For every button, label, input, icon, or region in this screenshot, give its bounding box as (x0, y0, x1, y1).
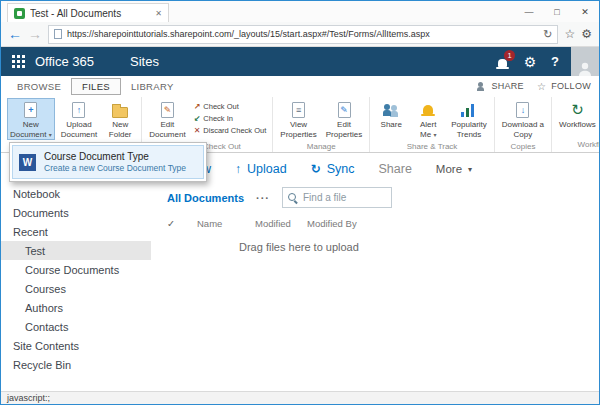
more-menu-button[interactable]: More ▾ (436, 163, 472, 175)
course-document-type-menu-item[interactable]: W Course Document Type Create a new Cour… (12, 145, 204, 179)
window-maximize-button[interactable]: □ (543, 1, 571, 22)
sync-button[interactable]: ↻ Sync (311, 162, 355, 176)
ribbon-share-button[interactable]: Share (374, 98, 408, 131)
chart-bars-icon (461, 103, 477, 117)
follow-button[interactable]: FOLLOW (551, 81, 591, 91)
upload-button[interactable]: ↑ Upload (235, 162, 287, 176)
tab-browse[interactable]: BROWSE (7, 78, 71, 95)
suite-bar: Office 365 Sites 1 ⚙ ? (1, 47, 599, 76)
download-icon: ↓ (516, 102, 529, 118)
browser-tools-gear-icon[interactable]: ⚙ (581, 27, 592, 41)
folder-icon (112, 107, 128, 118)
quick-launch-sidebar: Home Notebook Documents Recent Test Cour… (1, 153, 151, 391)
caret-down-icon: ▾ (468, 165, 472, 174)
download-copy-button[interactable]: ↓ Download a Copy (499, 98, 547, 140)
discard-check-out-icon: ✕ (194, 126, 201, 135)
dropdown-caret-icon: ▾ (433, 132, 436, 138)
ribbon-group-label: Copies (499, 140, 547, 153)
ribbon-group-label: Share & Track (374, 140, 490, 153)
share-document-button[interactable]: Share (379, 162, 412, 176)
menu-item-title: Course Document Type (44, 150, 186, 163)
address-input[interactable]: https://sharepointtutorials.sharepoint.c… (48, 25, 558, 44)
menu-item-subtitle: Create a new Course Document Type (44, 163, 186, 174)
office365-brand-link[interactable]: Office 365 (35, 54, 94, 69)
ribbon-tab-strip: BROWSE FILES LIBRARY SHARE ☆ FOLLOW (1, 76, 599, 96)
upload-document-button[interactable]: ↑ Upload Document (58, 98, 100, 140)
notification-badge: 1 (504, 50, 515, 61)
view-selector-row: All Documents ··· (167, 187, 599, 208)
column-header-modified[interactable]: Modified (255, 218, 307, 229)
ribbon-group-copies: ↓ Download a Copy Copies (495, 97, 552, 152)
notifications-bell-icon[interactable]: 1 (487, 47, 517, 76)
sidebar-item-test[interactable]: Test (1, 241, 151, 260)
window-minimize-button[interactable]: — (515, 1, 543, 22)
find-file-searchbox[interactable] (282, 187, 392, 208)
new-document-button[interactable]: + New Document ▾ (7, 98, 55, 140)
check-out-icon: ↗ (194, 102, 201, 111)
browser-titlebar: Test - All Documents ✕ — □ ✕ (1, 1, 599, 22)
bell-shape (498, 59, 507, 67)
list-toolbar: + New ↑ Upload ↻ Sync Share More ▾ (167, 162, 599, 176)
workflow-cycle-icon: ↻ (571, 102, 584, 118)
dropdown-caret-icon: ▾ (49, 132, 52, 138)
sites-link[interactable]: Sites (130, 54, 159, 69)
column-header-name[interactable]: Name (197, 218, 255, 229)
select-all-check-icon[interactable]: ✓ (167, 218, 197, 229)
workflows-button[interactable]: ↻ Workflows (556, 98, 599, 131)
check-out-button[interactable]: ↗ Check Out (194, 102, 267, 111)
browser-window: Test - All Documents ✕ — □ ✕ ← → https:/… (0, 0, 600, 405)
alert-me-button[interactable]: Alert Me ▾ (411, 98, 445, 140)
column-header-modified-by[interactable]: Modified By (307, 218, 377, 229)
url-text: https://sharepointtutorials.sharepoint.c… (67, 29, 538, 39)
window-controls: — □ ✕ (515, 1, 599, 22)
sidebar-item-authors[interactable]: Authors (13, 298, 151, 317)
sidebar-item-courses[interactable]: Courses (13, 279, 151, 298)
edit-properties-icon: ✎ (338, 102, 351, 118)
tab-close-icon[interactable]: ✕ (152, 9, 162, 18)
help-button[interactable]: ? (543, 47, 567, 76)
suite-bar-right: 1 ⚙ ? (487, 47, 599, 76)
tab-library[interactable]: LIBRARY (121, 78, 184, 95)
sidebar-item-recycle-bin[interactable]: Recycle Bin (13, 355, 151, 374)
word-document-icon: W (19, 154, 36, 171)
discard-check-out-button[interactable]: ✕ Discard Check Out (194, 126, 267, 135)
edit-properties-button[interactable]: ✎ Edit Properties (323, 98, 365, 140)
edit-document-icon: ✎ (161, 102, 174, 118)
ribbon-group-label: Manage (277, 140, 365, 153)
sidebar-item-recent[interactable]: Recent (13, 222, 151, 241)
sidebar-item-contacts[interactable]: Contacts (13, 317, 151, 336)
view-all-documents[interactable]: All Documents (167, 192, 244, 204)
avatar[interactable] (571, 47, 599, 76)
forward-button[interactable]: → (28, 27, 42, 41)
refresh-icon[interactable]: ↻ (543, 28, 552, 41)
check-in-button[interactable]: ↙ Check In (194, 114, 267, 123)
sidebar-item-course-documents[interactable]: Course Documents (13, 260, 151, 279)
search-input[interactable] (303, 192, 386, 203)
back-button[interactable]: ← (8, 27, 22, 41)
favorites-star-icon[interactable]: ☆ (564, 27, 575, 41)
ribbon-group-workflows: ↻ Workflows ↑ Publish Workflows (552, 97, 599, 152)
views-more-button[interactable]: ··· (256, 192, 270, 204)
browser-tab[interactable]: Test - All Documents ✕ (7, 3, 169, 22)
popularity-trends-button[interactable]: Popularity Trends (448, 98, 490, 140)
sidebar-item-site-contents[interactable]: Site Contents (13, 336, 151, 355)
tab-files[interactable]: FILES (71, 78, 121, 95)
ribbon-group-manage: ≡ View Properties ✎ Edit Properties Mana… (273, 97, 370, 152)
share-people-icon (383, 104, 400, 118)
view-properties-button[interactable]: ≡ View Properties (277, 98, 319, 140)
browser-addressbar: ← → https://sharepointtutorials.sharepoi… (1, 22, 599, 47)
ribbon-group-share-track: Share Alert Me ▾ Popularity Trends Share… (370, 97, 495, 152)
share-button[interactable]: SHARE (491, 81, 524, 91)
window-close-button[interactable]: ✕ (571, 1, 599, 22)
new-folder-button[interactable]: New Folder (103, 98, 137, 140)
drag-files-empty-message: Drag files here to upload (239, 241, 599, 253)
sidebar-item-documents[interactable]: Documents (13, 203, 151, 222)
app-launcher-icon[interactable] (1, 47, 35, 76)
alert-bell-icon (422, 105, 434, 118)
view-properties-icon: ≡ (292, 102, 305, 118)
ribbon-group-label: Workflows (556, 138, 599, 152)
document-library-main: + New ↑ Upload ↻ Sync Share More ▾ (151, 153, 599, 391)
settings-gear-icon[interactable]: ⚙ (517, 47, 543, 76)
edit-document-button[interactable]: ✎ Edit Document (146, 98, 188, 140)
sidebar-item-notebook[interactable]: Notebook (13, 184, 151, 203)
